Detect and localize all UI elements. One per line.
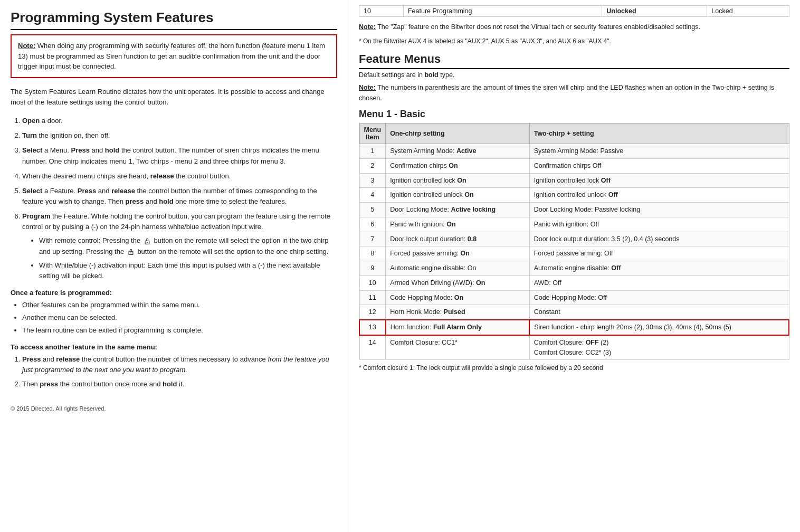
note2-label: Note: [359, 84, 376, 91]
one-chirp-cell: Comfort Closure: CC1* [386, 335, 530, 360]
access-step-2-press: press [40, 380, 58, 388]
note-box: Note: When doing any programming with se… [11, 34, 337, 78]
row-num: 11 [359, 290, 386, 305]
one-chirp-cell: Horn function: Full Alarm Only [386, 320, 530, 335]
feature-table: Menu Item One-chirp setting Two-chirp + … [359, 123, 789, 360]
top-table-feature: Feature Programming [403, 6, 602, 17]
one-chirp-cell: Ignition controlled unlock On [386, 188, 530, 203]
table-row: 5Door Locking Mode: Active lockingDoor L… [359, 203, 789, 217]
table-row: 13Horn function: Full Alarm OnlySiren fu… [359, 320, 789, 335]
row-num: 6 [359, 217, 386, 232]
two-chirp-cell: Confirmation chirps Off [529, 158, 789, 173]
two-chirp-cell: Code Hopping Mode: Off [529, 290, 789, 305]
row-num: 9 [359, 261, 386, 276]
access-step-1-release: release [56, 355, 80, 363]
two-chirp-cell: Automatic engine disable: Off [529, 261, 789, 276]
left-column: Programming System Features Note: When d… [0, 0, 348, 532]
row-num: 12 [359, 305, 386, 320]
note1-text: The "Zap" feature on the Bitwriter does … [377, 23, 700, 31]
row-num: 1 [359, 144, 386, 159]
bottom-note: * Comfort closure 1: The lock output wil… [359, 363, 789, 373]
asterisk-note: * On the Bitwriter AUX 4 is labeled as "… [359, 36, 789, 46]
intro-paragraph: The System Features Learn Routine dictat… [11, 87, 337, 109]
sub-bullet-1: With remote control: Pressing the button… [39, 235, 337, 256]
once-bullet-1: Other features can be programmed within … [22, 300, 337, 310]
step-3-bold-press: Press [71, 146, 90, 154]
two-chirp-cell: Ignition controlled lock Off [529, 173, 789, 188]
table-row: 8Forced passive arming: OnForced passive… [359, 246, 789, 261]
svg-point-3 [130, 252, 131, 253]
step-5-bold-press2: press [126, 197, 144, 205]
access-step-1: Press and release the control button the… [22, 354, 337, 375]
access-another-heading: To access another feature in the same me… [11, 343, 337, 351]
top-table-locked: Locked [707, 6, 789, 17]
row-num: 14 [359, 335, 386, 360]
one-chirp-cell: Door Locking Mode: Active locking [386, 203, 530, 217]
table-row: 3Ignition controlled lock OnIgnition con… [359, 173, 789, 188]
table-row: 12Horn Honk Mode: PulsedConstant [359, 305, 789, 320]
sub-bullet-2: With White/blue (-) activation input: Ea… [39, 260, 337, 281]
step-5: Select a Feature. Press and release the … [22, 186, 337, 207]
once-bullet-2: Another menu can be selected. [22, 312, 337, 323]
step-3-bold-select: Select [22, 146, 42, 154]
step-1: Open a door. [22, 116, 337, 126]
col-header-menu-item: Menu Item [359, 124, 386, 144]
two-chirp-cell: Door lock output duration: 3.5 (2), 0.4 … [529, 232, 789, 246]
one-chirp-cell: Armed When Driving (AWD): On [386, 276, 530, 290]
access-step-1-press: Press [22, 355, 41, 363]
row-num: 5 [359, 203, 386, 217]
svg-point-1 [147, 242, 148, 243]
copyright-text: © 2015 Directed. All rights Reserved. [11, 405, 337, 412]
one-chirp-cell: System Arming Mode: Active [386, 144, 530, 159]
table-row: 7Door lock output duration: 0.8Door lock… [359, 232, 789, 246]
col-header-one-chirp: One-chirp setting [386, 124, 530, 144]
two-chirp-cell: Siren function - chirp length 20ms (2), … [529, 320, 789, 335]
main-steps-list: Open a door. Turn the ignition on, then … [11, 116, 337, 281]
row-num: 3 [359, 173, 386, 188]
row-num: 7 [359, 232, 386, 246]
step-5-bold-release: release [111, 187, 135, 195]
two-chirp-cell: Comfort Closure: OFF (2)Comfort Closure:… [529, 335, 789, 360]
access-step-2: Then press the control button once more … [22, 379, 337, 390]
step-4: When the desired menu chirps are heard, … [22, 171, 337, 182]
row-num: 8 [359, 246, 386, 261]
feature-menus-title: Feature Menus [359, 52, 789, 69]
note2-text: The numbers in parenthesis are the amoun… [359, 84, 774, 101]
two-chirp-cell: System Arming Mode: Passive [529, 144, 789, 159]
lock-remote-icon [127, 248, 135, 255]
step-3-bold-hold: hold [105, 146, 119, 154]
one-chirp-cell: Forced passive arming: On [386, 246, 530, 261]
table-row: 10Armed When Driving (AWD): OnAWD: Off [359, 276, 789, 290]
two-chirp-cell: AWD: Off [529, 276, 789, 290]
right-column: 10 Feature Programming Unlocked Locked N… [348, 0, 800, 532]
one-chirp-cell: Horn Honk Mode: Pulsed [386, 305, 530, 320]
top-table-unlocked: Unlocked [606, 7, 636, 15]
step-2: Turn the ignition on, then off. [22, 130, 337, 141]
col-header-two-chirp: Two-chirp + setting [529, 124, 789, 144]
one-chirp-cell: Automatic engine disable: On [386, 261, 530, 276]
once-bullets: Other features can be programmed within … [11, 300, 337, 336]
page-title: Programming System Features [11, 10, 337, 30]
step-1-bold: Open [22, 117, 40, 125]
row-num: 4 [359, 188, 386, 203]
one-chirp-cell: Code Hopping Mode: On [386, 290, 530, 305]
two-chirp-cell: Forced passive arming: Off [529, 246, 789, 261]
once-bullet-3: The learn routine can be exited if progr… [22, 325, 337, 336]
top-table: 10 Feature Programming Unlocked Locked [359, 5, 789, 17]
row-num: 13 [359, 320, 386, 335]
one-chirp-cell: Ignition controlled lock On [386, 173, 530, 188]
note-label: Note: [18, 42, 35, 50]
one-chirp-cell: Door lock output duration: 0.8 [386, 232, 530, 246]
once-programmed-heading: Once a feature is programmed: [11, 289, 337, 297]
two-chirp-cell: Door Locking Mode: Passive locking [529, 203, 789, 217]
access-step-2-hold: hold [163, 380, 177, 388]
table-row: 11Code Hopping Mode: OnCode Hopping Mode… [359, 290, 789, 305]
step-5-bold-hold: hold [159, 197, 173, 205]
one-chirp-cell: Panic with ignition: On [386, 217, 530, 232]
row-num: 2 [359, 158, 386, 173]
step-5-bold-press: Press [78, 187, 96, 195]
two-chirp-cell: Panic with ignition: Off [529, 217, 789, 232]
default-note: Default settings are in bold type. [359, 71, 789, 79]
menu1-title: Menu 1 - Basic [359, 109, 789, 120]
table-row: 14Comfort Closure: CC1*Comfort Closure: … [359, 335, 789, 360]
